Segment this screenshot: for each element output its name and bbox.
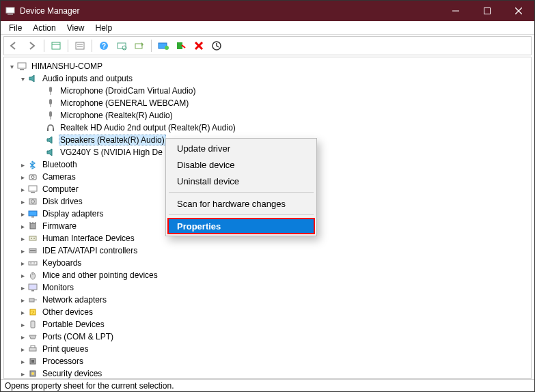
tree-category[interactable]: ▸IDE ATA/ATAPI controllers: [4, 244, 531, 257]
speaker-icon: [45, 135, 56, 145]
tree-category-audio[interactable]: ▾ Audio inputs and outputs: [4, 72, 531, 85]
svg-rect-0: [6, 8, 14, 13]
tree-category[interactable]: ▸Mice and other pointing devices: [4, 269, 531, 281]
context-uninstall-device[interactable]: Uninstall device: [167, 173, 315, 189]
menu-action[interactable]: Action: [27, 23, 61, 33]
update-driver-button[interactable]: [156, 38, 171, 53]
scan-hardware-button[interactable]: [114, 38, 129, 53]
context-update-driver[interactable]: Update driver: [167, 140, 315, 156]
category-icon: [27, 159, 38, 170]
menu-view[interactable]: View: [61, 23, 90, 33]
tree-label: Computer: [41, 184, 80, 194]
titlebar: Device Manager: [1, 1, 534, 21]
svg-text:?: ?: [31, 309, 35, 316]
status-text: Opens property sheet for the current sel…: [5, 381, 174, 391]
chevron-down-icon[interactable]: ▾: [7, 63, 16, 70]
enable-button[interactable]: [209, 38, 224, 53]
chevron-right-icon[interactable]: ▸: [18, 272, 27, 279]
separator: [169, 192, 314, 193]
category-icon: [27, 171, 38, 182]
close-button[interactable]: [503, 1, 534, 21]
tree-item[interactable]: Microphone (DroidCam Virtual Audio): [4, 85, 531, 97]
tree-category[interactable]: ▸Keyboards: [4, 257, 531, 269]
window-controls: [440, 1, 534, 21]
menu-file[interactable]: File: [3, 23, 27, 33]
svg-point-33: [31, 176, 34, 179]
chevron-right-icon[interactable]: ▸: [18, 186, 27, 193]
svg-rect-61: [31, 346, 35, 348]
chevron-down-icon[interactable]: ▾: [18, 75, 27, 83]
speaker-icon: [27, 73, 38, 84]
tree-label: Display adapters: [41, 209, 105, 219]
chevron-right-icon[interactable]: ▸: [18, 284, 27, 292]
tree-item[interactable]: Realtek HD Audio 2nd output (Realtek(R) …: [4, 122, 531, 134]
category-icon: [27, 221, 38, 232]
tree-category[interactable]: ▸Security devices: [4, 367, 531, 379]
category-icon: [27, 270, 38, 281]
chevron-right-icon[interactable]: ▸: [18, 223, 27, 230]
maximize-button[interactable]: [471, 1, 503, 21]
svg-rect-53: [29, 284, 37, 290]
disable-button[interactable]: [174, 38, 189, 53]
svg-point-45: [31, 238, 32, 239]
chevron-right-icon[interactable]: ▸: [18, 333, 27, 341]
tree-root[interactable]: ▾ HIMANSHU-COMP: [4, 60, 531, 72]
tree-item[interactable]: Microphone (GENERAL WEBCAM): [4, 97, 531, 109]
chevron-right-icon[interactable]: ▸: [18, 173, 27, 181]
chevron-right-icon[interactable]: ▸: [18, 358, 27, 365]
tree-label: Speakers (Realtek(R) Audio): [59, 135, 166, 145]
chevron-right-icon[interactable]: ▸: [18, 260, 27, 267]
tree-category[interactable]: ▸Monitors: [4, 281, 531, 294]
svg-rect-3: [484, 8, 491, 14]
tree-label: Security devices: [41, 369, 103, 378]
chevron-right-icon[interactable]: ▸: [18, 346, 27, 353]
tree-label: Bluetooth: [41, 160, 79, 169]
tree-label: Microphone (Realtek(R) Audio): [59, 111, 174, 120]
help-button[interactable]: ?: [96, 38, 111, 53]
add-legacy-button[interactable]: [132, 38, 147, 53]
svg-rect-59: [31, 321, 35, 328]
tree-category[interactable]: ▸?Other devices: [4, 306, 531, 318]
chevron-right-icon[interactable]: ▸: [18, 296, 27, 304]
svg-rect-8: [76, 42, 84, 49]
svg-rect-63: [31, 360, 34, 363]
properties-button[interactable]: [72, 38, 87, 53]
svg-rect-39: [31, 216, 34, 218]
tree-label: HIMANSHU-COMP: [30, 61, 104, 71]
chevron-right-icon[interactable]: ▸: [18, 210, 27, 218]
chevron-right-icon[interactable]: ▸: [18, 370, 27, 378]
show-hide-button[interactable]: [49, 38, 64, 53]
minimize-button[interactable]: [440, 1, 471, 21]
tree-label: Microphone (DroidCam Virtual Audio): [59, 86, 197, 96]
svg-rect-34: [29, 186, 37, 191]
tree-view[interactable]: ▾ HIMANSHU-COMP ▾ Audio inputs and outpu…: [3, 57, 532, 379]
chevron-right-icon[interactable]: ▸: [18, 309, 27, 316]
context-disable-device[interactable]: Disable device: [167, 156, 315, 173]
svg-rect-54: [31, 290, 34, 292]
tree-label: Network adapters: [41, 295, 108, 305]
tree-category[interactable]: ▸Processors: [4, 355, 531, 367]
tree-item[interactable]: Microphone (Realtek(R) Audio): [4, 109, 531, 122]
tree-category[interactable]: ▸Ports (COM & LPT): [4, 331, 531, 343]
app-icon: [5, 5, 16, 16]
forward-button[interactable]: [25, 38, 40, 53]
computer-icon: [16, 61, 27, 72]
tree-label: VG240Y S (NVIDIA High De: [59, 148, 164, 157]
chevron-right-icon[interactable]: ▸: [18, 247, 27, 255]
chevron-right-icon[interactable]: ▸: [18, 321, 27, 328]
tree-category[interactable]: ▸Print queues: [4, 343, 531, 355]
tree-category[interactable]: ▸Portable Devices: [4, 318, 531, 331]
back-button[interactable]: [7, 38, 22, 53]
chevron-right-icon[interactable]: ▸: [18, 235, 27, 242]
chevron-right-icon[interactable]: ▸: [18, 198, 27, 206]
chevron-right-icon[interactable]: ▸: [18, 161, 27, 169]
category-icon: [27, 245, 38, 256]
context-properties[interactable]: Properties: [167, 218, 315, 234]
category-icon: [27, 319, 38, 330]
svg-text:?: ?: [102, 42, 106, 50]
svg-rect-24: [49, 87, 52, 92]
context-scan-hardware[interactable]: Scan for hardware changes: [167, 195, 315, 212]
tree-category[interactable]: ▸Network adapters: [4, 294, 531, 306]
uninstall-button[interactable]: [191, 38, 206, 53]
menu-help[interactable]: Help: [90, 23, 118, 33]
